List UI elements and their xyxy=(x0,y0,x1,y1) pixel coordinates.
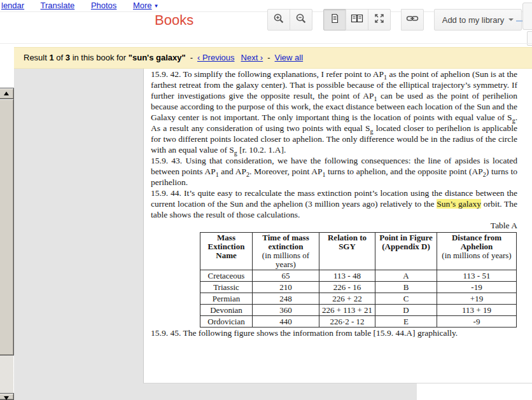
zoom-button-group xyxy=(267,9,312,31)
table-header-cell: Time of mass extinction(in millions of y… xyxy=(253,233,319,270)
edge-partial-button xyxy=(522,3,532,30)
table-cell: 113 + 19 xyxy=(437,305,517,316)
two-page-icon xyxy=(351,13,363,27)
table-cell: +19 xyxy=(437,293,517,305)
scrollbar-thumb[interactable] xyxy=(0,99,14,355)
page-title: Books xyxy=(155,12,193,29)
table-cell: 226 + 22 xyxy=(319,293,375,305)
search-result-bar: Result 1 of 3 in this book for "sun's ga… xyxy=(14,47,532,69)
table-header-cell: Mass Extinction Name xyxy=(200,233,253,270)
view-all-link[interactable]: View all xyxy=(275,53,304,62)
paragraph-45: 15.9. 45. The following figure shows the… xyxy=(151,328,517,338)
scroll-down-button[interactable] xyxy=(0,393,14,400)
table-cell: E xyxy=(375,316,437,328)
table-cell: -9 xyxy=(437,316,517,328)
table-cell: D xyxy=(375,305,437,316)
link-icon xyxy=(406,13,419,27)
zoom-in-button[interactable] xyxy=(267,9,290,31)
table-row: Cretaceous65113 - 48A113 - 51 xyxy=(200,270,517,282)
table-header-cell: Point in Figure (Appendix D) xyxy=(375,233,437,270)
table-cell: Triassic xyxy=(200,282,253,293)
next-link[interactable]: Next › xyxy=(241,53,263,62)
nav-link-calendar[interactable]: lendar xyxy=(1,1,24,10)
table-cell: 248 xyxy=(253,293,319,305)
table-header-cell: Distance from Aphelion(in millions of ye… xyxy=(437,233,517,270)
table-cell: 65 xyxy=(253,270,319,282)
single-page-icon xyxy=(329,13,340,27)
table-cell: Ordovician xyxy=(200,316,253,328)
fullscreen-icon xyxy=(374,13,385,27)
add-to-library-button[interactable]: Add to my library xyxy=(434,9,522,31)
zoom-out-button[interactable] xyxy=(290,9,312,31)
table-row: Devonian360226 + 113 + 21D113 + 19 xyxy=(200,305,517,316)
link-button-group xyxy=(401,9,424,31)
table-cell: 360 xyxy=(253,305,319,316)
table-row: Triassic210226 - 16B-19 xyxy=(200,282,517,293)
arrow-down-icon xyxy=(4,396,9,400)
table-cell: 226 + 113 + 21 xyxy=(319,305,375,316)
book-page: 15.9. 42. To simplify the following expl… xyxy=(143,69,532,383)
table-cell: 226 - 16 xyxy=(319,282,375,293)
paragraph-43: 15.9. 43. Using that consideration, we h… xyxy=(151,155,517,188)
table-header-row: Mass Extinction Name Time of mass extinc… xyxy=(200,233,517,270)
extinction-table: Mass Extinction Name Time of mass extinc… xyxy=(200,232,517,328)
paragraph-42: 15.9. 42. To simplify the following expl… xyxy=(151,69,517,155)
table-cell: 210 xyxy=(253,282,319,293)
table-cell: Cretaceous xyxy=(200,270,253,282)
previous-link[interactable]: ‹ Previous xyxy=(197,53,235,62)
two-page-view-button[interactable] xyxy=(346,9,368,31)
table-cell: -19 xyxy=(437,282,517,293)
nav-link-translate[interactable]: Translate xyxy=(41,1,75,10)
table-cell: 440 xyxy=(253,316,319,328)
add-to-library-label: Add to my library xyxy=(442,15,505,25)
nav-link-photos[interactable]: Photos xyxy=(91,1,116,10)
book-page-text: 15.9. 42. To simplify the following expl… xyxy=(151,69,517,338)
table-cell: A xyxy=(375,270,437,282)
table-row: Ordovician440226·2 - 12E-9 xyxy=(200,316,517,328)
table-cell: B xyxy=(375,282,437,293)
table-cell: Devonian xyxy=(200,305,253,316)
table-row: Permian248226 + 22C+19 xyxy=(200,293,517,305)
table-cell: Permian xyxy=(200,293,253,305)
nav-link-more[interactable]: More xyxy=(133,1,152,10)
table-cell: C xyxy=(375,293,437,305)
fullscreen-button[interactable] xyxy=(368,9,391,31)
chevron-down-icon: ▼ xyxy=(154,3,159,9)
single-page-view-button[interactable] xyxy=(323,9,346,31)
zoom-out-icon xyxy=(295,13,307,27)
nav-more-menu[interactable]: More▼ xyxy=(133,1,159,10)
table-cell: 113 - 48 xyxy=(319,270,375,282)
zoom-in-icon xyxy=(273,13,284,27)
arrow-up-icon xyxy=(4,92,9,95)
scrollbar-track[interactable] xyxy=(0,355,13,393)
table-header-cell: Relation to SGY xyxy=(319,233,375,270)
vertical-scrollbar[interactable] xyxy=(0,88,14,400)
top-nav: lendar Translate Photos More▼ xyxy=(1,1,159,11)
header-divider xyxy=(0,43,532,44)
separator: - xyxy=(267,53,270,62)
chevron-down-icon xyxy=(508,18,514,21)
view-mode-button-group xyxy=(323,9,391,31)
scroll-up-button[interactable] xyxy=(0,88,14,99)
table-cell: 113 - 51 xyxy=(437,270,517,282)
get-link-button[interactable] xyxy=(401,9,424,31)
paragraph-44: 15.9. 44. It’s quite easy to recalculate… xyxy=(151,188,517,220)
google-books-viewer: lendar Translate Photos More▼ Books xyxy=(0,0,532,400)
separator: - xyxy=(190,53,193,62)
table-cell: 226·2 - 12 xyxy=(319,316,375,328)
table-a-label: Table A xyxy=(151,220,517,231)
result-text: Result 1 of 3 in this book for "sun's ga… xyxy=(24,53,186,62)
